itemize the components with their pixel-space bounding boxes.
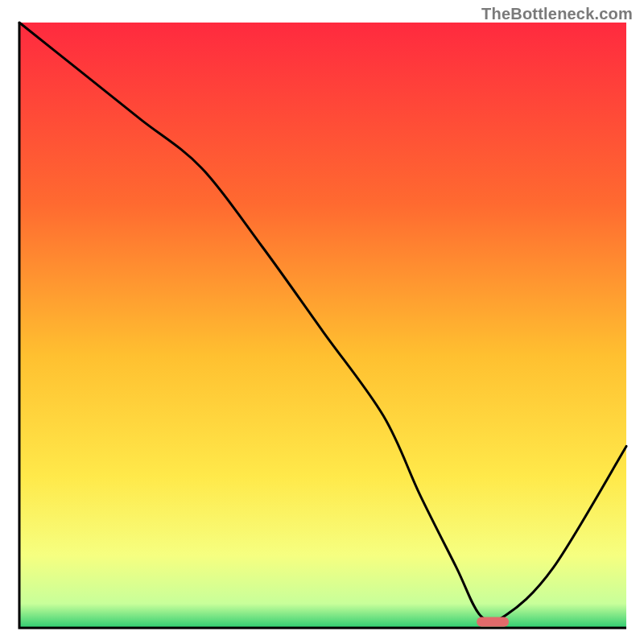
bottleneck-chart-svg <box>0 0 644 644</box>
optimal-marker <box>477 617 509 626</box>
plot-background <box>19 23 626 628</box>
chart-container: TheBottleneck.com <box>0 0 644 644</box>
